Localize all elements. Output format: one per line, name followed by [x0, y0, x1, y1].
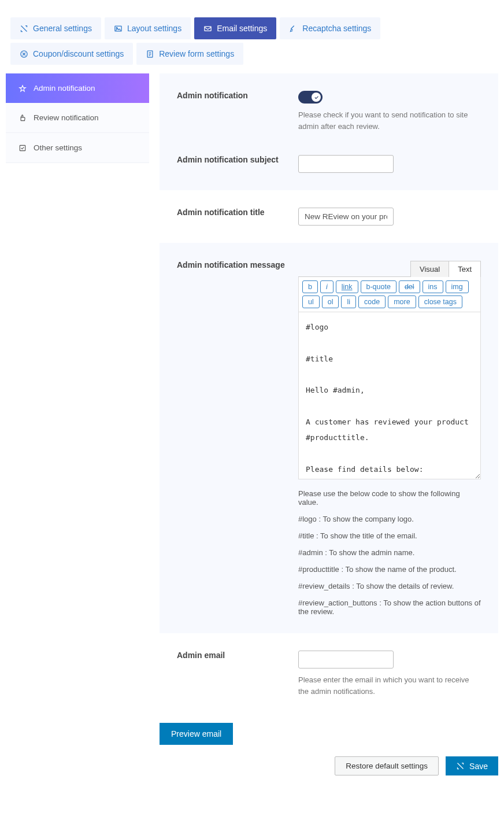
layout-icon	[114, 24, 123, 33]
save-label: Save	[469, 762, 488, 771]
btn-ins[interactable]: ins	[423, 280, 443, 293]
field-label: Admin notification subject	[177, 155, 287, 173]
editor-toolbar: b i link b-quote del ins img ul ol li co…	[298, 277, 481, 312]
svg-rect-2	[205, 26, 211, 31]
check-square-icon	[18, 144, 27, 152]
editor-tab-visual[interactable]: Visual	[410, 261, 449, 277]
btn-ul[interactable]: ul	[302, 296, 320, 308]
btn-img[interactable]: img	[446, 280, 469, 293]
code-title: #title : To show the title of the email.	[298, 531, 481, 540]
sidebar-item-admin-notif[interactable]: Admin notification	[6, 73, 149, 103]
codes-intro: Please use the below code to show the fo…	[298, 489, 481, 507]
btn-li[interactable]: li	[341, 296, 356, 308]
editor-tabs: Visual Text	[298, 260, 481, 277]
coupon-icon	[20, 50, 28, 58]
thumbs-up-icon	[18, 114, 27, 122]
btn-del[interactable]: del	[399, 280, 420, 293]
sidebar-item-label: Admin notification	[34, 84, 95, 93]
section-admin-email: Admin email Please enter the email in wh…	[160, 633, 498, 714]
btn-bquote[interactable]: b-quote	[361, 280, 396, 293]
tab-label: Coupon/discount settings	[33, 49, 124, 58]
tab-label: Email settings	[217, 24, 267, 33]
email-sidebar: Admin notification Review notification O…	[6, 73, 149, 787]
btn-italic[interactable]: i	[320, 280, 333, 293]
field-label: Admin email	[177, 651, 287, 697]
toggle-knob	[312, 93, 321, 102]
code-admin: #admin : To show the admin name.	[298, 548, 481, 557]
section-message: Admin notification message Visual Text b…	[160, 243, 498, 633]
btn-more[interactable]: more	[388, 296, 416, 308]
svg-point-1	[116, 27, 117, 28]
editor-tab-text[interactable]: Text	[449, 261, 481, 277]
tab-label: General settings	[33, 24, 92, 33]
preview-email-button[interactable]: Preview email	[160, 723, 233, 745]
title-input[interactable]	[298, 208, 394, 226]
preview-row: Preview email	[160, 723, 498, 745]
admin-email-input[interactable]	[298, 651, 394, 668]
field-help: Please enter the email in which you want…	[298, 674, 481, 697]
general-icon	[20, 24, 28, 33]
save-button[interactable]: Save	[446, 756, 498, 775]
email-icon	[203, 24, 212, 33]
sidebar-item-review-notif[interactable]: Review notification	[6, 103, 149, 133]
save-icon	[456, 762, 465, 770]
tab-recaptcha[interactable]: Recaptcha settings	[280, 17, 380, 39]
footer-buttons: Restore default settings Save	[160, 756, 498, 775]
tab-label: Recaptcha settings	[302, 24, 371, 33]
tab-email[interactable]: Email settings	[194, 17, 276, 39]
recaptcha-icon	[289, 24, 298, 33]
svg-rect-5	[20, 145, 25, 150]
code-logo: #logo : To show the company logo.	[298, 515, 481, 523]
sidebar-item-other[interactable]: Other settings	[6, 133, 149, 163]
section-subject: Admin notification subject	[160, 149, 498, 190]
btn-close-tags[interactable]: close tags	[418, 296, 462, 308]
btn-link[interactable]: link	[336, 280, 358, 293]
subject-input[interactable]	[298, 155, 394, 173]
section-title: Admin notification title	[160, 190, 498, 243]
star-icon	[18, 84, 27, 93]
message-textarea[interactable]	[298, 312, 481, 479]
code-review-details: #review_details : To show the details of…	[298, 582, 481, 590]
editor: Visual Text b i link b-quote del ins img…	[298, 260, 481, 481]
field-label: Admin notification message	[177, 260, 287, 616]
sidebar-item-label: Review notification	[34, 113, 99, 122]
form-icon	[146, 50, 154, 58]
field-label: Admin notification title	[177, 208, 287, 226]
sidebar-item-label: Other settings	[34, 143, 82, 152]
code-review-buttons: #review_action_buttons : To show the act…	[298, 599, 481, 616]
tab-coupon[interactable]: Coupon/discount settings	[10, 43, 133, 65]
tab-label: Review form settings	[159, 49, 234, 58]
field-label: Admin notification	[177, 91, 287, 132]
btn-ol[interactable]: ol	[322, 296, 339, 308]
section-admin-notification: Admin notification Please check if you w…	[160, 73, 498, 149]
btn-bold[interactable]: b	[302, 280, 318, 293]
restore-defaults-button[interactable]: Restore default settings	[335, 756, 439, 775]
tab-general[interactable]: General settings	[10, 17, 101, 39]
settings-tabs: General settings Layout settings Email s…	[10, 17, 494, 65]
tab-label: Layout settings	[127, 24, 181, 33]
field-help: Please check if you want to send notific…	[298, 109, 481, 132]
check-icon	[314, 95, 319, 100]
tab-reviewform[interactable]: Review form settings	[136, 43, 243, 65]
tab-layout[interactable]: Layout settings	[105, 17, 191, 39]
btn-code[interactable]: code	[358, 296, 386, 308]
main-panel: Admin notification Please check if you w…	[160, 73, 498, 787]
code-producttitle: #producttitle : To show the name of the …	[298, 565, 481, 574]
admin-notif-toggle[interactable]	[298, 91, 323, 104]
